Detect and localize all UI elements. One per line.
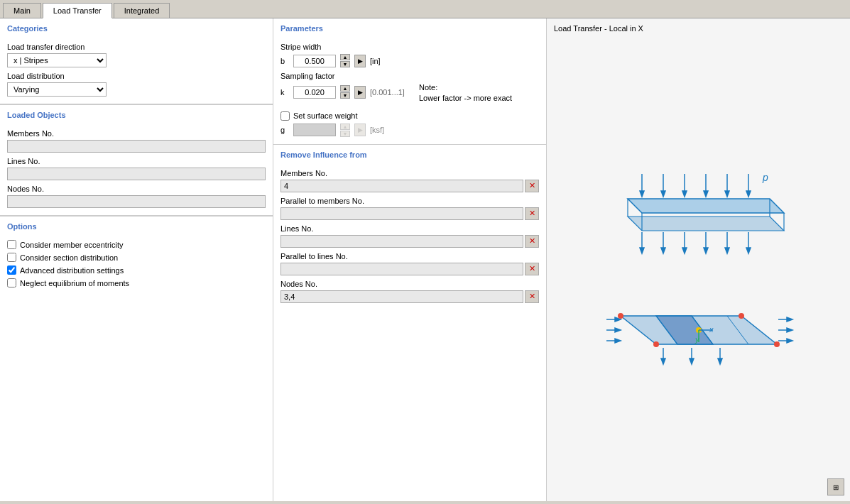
note-text: Lower factor -> more exact <box>419 93 512 104</box>
sampling-factor-down[interactable]: ▼ <box>340 92 350 99</box>
svg-marker-7 <box>704 191 708 197</box>
svg-marker-27 <box>725 248 729 253</box>
svg-marker-3 <box>661 191 665 197</box>
surface-weight-down: ▼ <box>340 131 350 137</box>
remove-members-label: Members No. <box>280 169 539 177</box>
svg-point-50 <box>653 341 659 347</box>
parallel-members-clear-btn[interactable]: ✕ <box>525 207 539 220</box>
svg-marker-9 <box>725 191 729 197</box>
option-member-eccentricity-checkbox[interactable] <box>7 240 16 249</box>
parallel-lines-label: Parallel to lines No. <box>280 252 539 261</box>
load-distribution-label: Load distribution <box>7 72 266 80</box>
stripe-width-label: Stripe width <box>280 43 539 51</box>
svg-marker-13 <box>628 217 784 231</box>
load-distribution-select[interactable]: Varying <box>7 82 107 97</box>
lines-no-input[interactable] <box>7 168 266 180</box>
right-title: Load Transfer - Local in X <box>547 18 850 38</box>
remove-members-clear-btn[interactable]: ✕ <box>525 180 539 192</box>
remove-influence-header: Remove Influence from <box>273 145 546 162</box>
remove-nodes-clear-btn[interactable]: ✕ <box>525 290 539 303</box>
stripe-width-row: b ▲ ▼ ▶ [in] <box>280 54 539 67</box>
sampling-factor-up[interactable]: ▲ <box>340 85 350 92</box>
remove-members-input[interactable] <box>280 180 523 192</box>
surface-weight-checkbox[interactable] <box>280 111 290 121</box>
left-panel: Categories Load transfer direction x | S… <box>0 18 273 501</box>
top-diagram: p <box>599 160 798 259</box>
stripe-width-arrow[interactable]: ▶ <box>354 55 366 67</box>
remove-lines-row: ✕ <box>280 235 539 248</box>
options-section: Options Consider member eccentricity Con… <box>0 216 273 295</box>
option-neglect-equilibrium-checkbox[interactable] <box>7 278 16 287</box>
surface-weight-checkbox-row: Set surface weight <box>280 111 539 121</box>
remove-lines-input[interactable] <box>280 235 523 248</box>
loaded-objects-body: Members No. 3 Lines No. Nodes No. 6,8,9 <box>0 122 273 215</box>
sampling-factor-spinner: ▲ ▼ <box>340 85 350 99</box>
bottom-right-icon-btn[interactable]: ⊞ <box>827 478 844 495</box>
p-label: p <box>762 172 768 183</box>
stripe-width-unit: [in] <box>370 57 381 65</box>
option-member-eccentricity: Consider member eccentricity <box>7 240 266 249</box>
tabs-bar: Main Load Transfer Integrated <box>0 0 850 18</box>
parallel-lines-clear-btn[interactable]: ✕ <box>525 263 539 275</box>
stripe-width-up[interactable]: ▲ <box>340 54 350 60</box>
nodes-no-label: Nodes No. <box>7 185 266 193</box>
x-label: x <box>709 325 714 334</box>
load-transfer-direction-select[interactable]: x | Stripes <box>7 53 107 67</box>
bottom-right-icon: ⊞ <box>833 483 839 491</box>
note-label: Note: <box>419 82 512 93</box>
parameters-section: Parameters Stripe width b ▲ ▼ ▶ [in] Sam… <box>273 18 546 144</box>
svg-marker-21 <box>661 248 665 253</box>
sampling-factor-arrow[interactable]: ▶ <box>354 86 366 99</box>
sampling-factor-input[interactable] <box>293 86 336 99</box>
remove-lines-clear-btn[interactable]: ✕ <box>525 235 539 248</box>
loaded-objects-header: Loaded Objects <box>0 105 273 122</box>
options-body: Consider member eccentricity Consider se… <box>0 234 273 295</box>
option-advanced-distribution-checkbox[interactable] <box>7 265 16 275</box>
categories-body: Load transfer direction x | Stripes Load… <box>0 35 273 104</box>
svg-marker-59 <box>718 358 722 364</box>
surface-weight-spinner: ▲ ▼ <box>340 124 350 137</box>
parallel-lines-input[interactable] <box>280 263 523 275</box>
remove-nodes-input[interactable] <box>280 290 523 303</box>
svg-marker-57 <box>690 358 694 364</box>
parallel-members-label: Parallel to members No. <box>280 197 539 205</box>
option-section-distribution-checkbox[interactable] <box>7 253 16 262</box>
svg-marker-42 <box>787 317 792 322</box>
svg-marker-38 <box>615 328 621 332</box>
load-transfer-direction-label: Load transfer direction <box>7 43 266 51</box>
nodes-no-input[interactable]: 6,8,9 <box>7 195 266 208</box>
remove-influence-section: Remove Influence from Members No. ✕ Para… <box>273 145 546 310</box>
stripe-width-input[interactable] <box>293 55 336 67</box>
remove-members-row: ✕ <box>280 180 539 192</box>
svg-marker-5 <box>682 191 687 197</box>
sampling-factor-key: k <box>280 88 289 97</box>
tab-load-transfer[interactable]: Load Transfer <box>43 3 112 18</box>
surface-weight-arrow: ▶ <box>354 124 366 136</box>
option-neglect-equilibrium: Neglect equilibrium of moments <box>7 278 266 287</box>
svg-marker-23 <box>682 248 687 253</box>
svg-marker-12 <box>628 199 784 213</box>
svg-marker-1 <box>640 191 644 197</box>
parallel-members-row: ✕ <box>280 207 539 220</box>
tab-main[interactable]: Main <box>3 3 41 18</box>
right-panel: Load Transfer - Local in X p <box>547 18 850 501</box>
members-no-label: Members No. <box>7 129 266 138</box>
svg-marker-25 <box>704 248 708 253</box>
option-advanced-distribution: Advanced distribution settings <box>7 265 266 275</box>
stripe-width-spinner: ▲ ▼ <box>340 54 350 67</box>
parameters-header: Parameters <box>273 18 546 35</box>
surface-weight-input <box>293 124 336 136</box>
option-advanced-distribution-label: Advanced distribution settings <box>20 266 124 275</box>
categories-header: Categories <box>0 18 273 35</box>
stripe-width-down[interactable]: ▼ <box>340 61 350 67</box>
svg-marker-40 <box>615 339 621 343</box>
option-section-distribution: Consider section distribution <box>7 253 266 262</box>
tab-integrated[interactable]: Integrated <box>114 3 170 18</box>
option-member-eccentricity-label: Consider member eccentricity <box>20 241 124 249</box>
remove-influence-body: Members No. ✕ Parallel to members No. ✕ … <box>273 162 546 310</box>
svg-marker-44 <box>787 328 792 332</box>
members-no-input[interactable]: 3 <box>7 140 266 153</box>
sampling-factor-label: Sampling factor <box>280 72 539 80</box>
note-area: Note: Lower factor -> more exact <box>419 82 512 104</box>
parallel-members-input[interactable] <box>280 207 523 220</box>
